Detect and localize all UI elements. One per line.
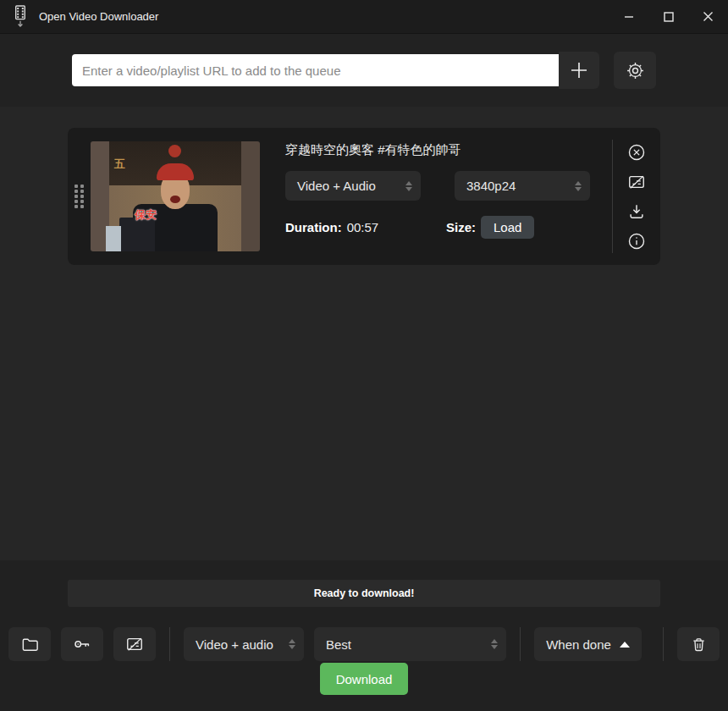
maximize-icon [664,12,674,22]
duration-value: 00:57 [347,220,379,234]
download-row: Download [0,663,728,695]
minimize-button[interactable] [609,0,648,33]
chevron-updown-icon [405,181,412,191]
format-quality-row: Video + Audio 3840p24 [285,171,590,201]
status-message: Ready to download! [314,587,415,599]
duration-group: Duration: 00:57 [285,220,429,234]
chevron-up-icon [620,642,630,648]
titlebar: Open Video Downloader [0,0,728,34]
thumbnail-sign-text: 五 [114,157,125,172]
info-circle-icon [627,232,646,251]
item-subtitles-toggle-button[interactable] [626,171,648,193]
trash-icon [690,636,708,653]
global-format-dropdown[interactable]: Video + audio [184,627,304,661]
clear-queue-button[interactable] [677,627,720,661]
remove-item-button[interactable] [626,141,648,163]
queue-item: 五 保安 穿越時空的奧客 #有特色的帥哥 Video + Audio 3840p… [68,128,660,265]
when-done-dropdown[interactable]: When done [534,627,642,661]
video-thumbnail: 五 保安 [91,141,260,251]
download-button[interactable]: Download [320,663,409,695]
global-toolbar: Video + audio Best When done [0,627,728,661]
item-info-button[interactable] [626,230,648,252]
close-button[interactable] [688,0,728,33]
app-title: Open Video Downloader [39,10,158,23]
open-download-folder-button[interactable] [8,627,51,661]
key-icon [72,634,92,654]
toolbar-divider [663,627,664,661]
download-icon [627,202,646,221]
gear-icon [626,61,645,80]
thumbnail-monitor [119,218,155,251]
chevron-updown-icon [575,181,582,191]
thumbnail-screen [106,226,121,251]
toolbar-divider [520,627,521,661]
folder-icon [20,635,40,654]
load-size-button[interactable]: Load [481,216,534,239]
queue-area: 五 保安 穿越時空的奧客 #有特色的帥哥 Video + Audio 3840p… [0,107,728,560]
chevron-updown-icon [289,639,295,649]
thumbnail-seal [168,145,181,157]
plus-icon [570,61,588,80]
thumbnail-person-mouth [170,196,180,203]
url-input[interactable] [72,54,559,86]
duration-size-row: Duration: 00:57 Size: Load [285,216,590,239]
item-quality-dropdown[interactable]: 3840p24 [455,171,590,201]
close-icon [703,11,714,22]
maximize-button[interactable] [648,0,688,33]
duration-label: Duration: [285,220,342,234]
credentials-button[interactable] [61,627,103,661]
global-subtitles-toggle-button[interactable] [113,627,156,661]
thumbnail-overlay-text: 保安 [135,207,157,223]
size-group: Size: Load [446,216,590,239]
thumbnail-person-cap [157,163,194,180]
add-to-queue-button[interactable] [559,52,599,89]
chevron-updown-icon [491,639,498,649]
toolbar-divider [169,627,170,661]
status-bar: Ready to download! [68,580,660,607]
minimize-icon [624,12,634,22]
item-format-dropdown[interactable]: Video + Audio [285,171,421,201]
app-logo-icon [12,5,29,29]
item-action-column [613,128,660,265]
circle-x-icon [627,143,646,162]
drag-handle[interactable] [68,128,91,265]
subtitles-off-icon [125,635,144,653]
settings-button[interactable] [614,52,656,89]
subtitles-off-icon [627,173,646,191]
url-input-group [72,52,599,89]
item-download-button[interactable] [626,201,648,223]
queue-item-content: 穿越時空的奧客 #有特色的帥哥 Video + Audio 3840p24 Du… [260,128,612,265]
bottom-panel: Ready to download! Video + audio [0,560,728,711]
global-quality-dropdown[interactable]: Best [314,627,506,661]
size-label: Size: [446,220,476,234]
url-header [0,34,728,107]
video-title: 穿越時空的奧客 #有特色的帥哥 [285,142,612,158]
window-controls [609,0,728,33]
drag-dots-icon [74,185,84,208]
